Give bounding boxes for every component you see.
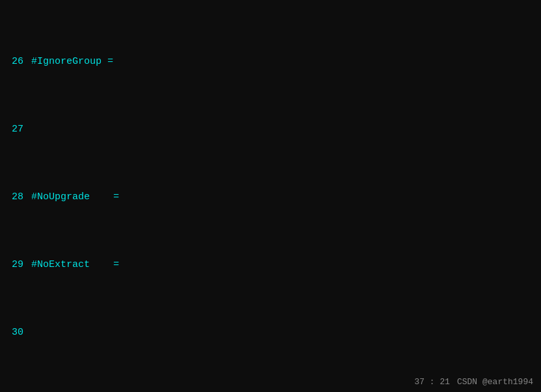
line-num-28: 28 — [5, 189, 23, 206]
line-28: 28 #NoUpgrade = — [0, 189, 541, 206]
line-num-30: 30 — [5, 324, 23, 341]
line-num-29: 29 — [5, 257, 23, 273]
line-30: 30 — [0, 324, 541, 341]
line-content-26: #IgnoreGroup = — [31, 53, 113, 70]
line-content-28: #NoUpgrade = — [31, 189, 119, 206]
line-26: 26 #IgnoreGroup = — [0, 53, 541, 70]
cursor-position: 37 : 21 — [414, 377, 450, 387]
line-num-26: 26 — [5, 53, 23, 70]
line-num-27: 27 — [5, 121, 23, 138]
line-content-29: #NoExtract = — [31, 257, 119, 273]
watermark-text: CSDN @earth1994 — [457, 377, 533, 387]
code-editor: 26 #IgnoreGroup = 27 28 #NoUpgrade = 29 … — [0, 0, 541, 392]
line-29: 29 #NoExtract = — [0, 257, 541, 273]
line-27: 27 — [0, 121, 541, 138]
